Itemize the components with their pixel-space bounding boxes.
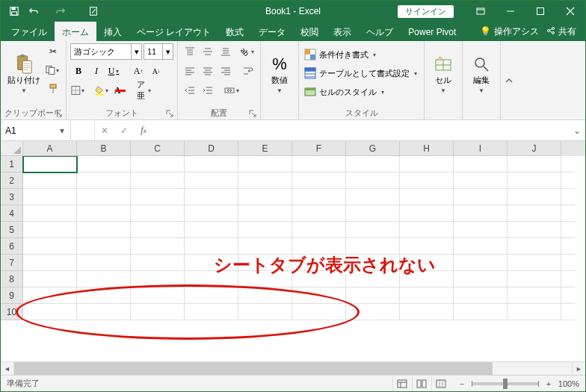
close-button[interactable]	[555, 1, 585, 22]
align-center-button[interactable]	[200, 63, 216, 79]
font-size-combo[interactable]: ▾	[144, 43, 173, 60]
dialog-launcher-button[interactable]	[53, 108, 64, 119]
underline-button[interactable]: U▾	[106, 63, 123, 79]
formula-input[interactable]	[153, 120, 569, 140]
cell[interactable]	[131, 287, 185, 304]
cell[interactable]	[508, 287, 561, 304]
font-name-combo[interactable]: ▾	[70, 43, 142, 60]
cell[interactable]	[400, 189, 454, 205]
font-name-input[interactable]	[71, 44, 131, 59]
cell[interactable]	[346, 238, 400, 255]
cell[interactable]	[23, 238, 77, 255]
cell[interactable]	[400, 205, 454, 222]
tab-review[interactable]: 校閲	[293, 22, 326, 41]
horizontal-scrollbar[interactable]: ◄ ►	[1, 361, 585, 375]
column-header[interactable]: G	[346, 141, 400, 156]
column-header[interactable]: B	[77, 141, 131, 156]
align-left-button[interactable]	[182, 63, 198, 79]
format-painter-button[interactable]	[45, 81, 61, 97]
maximize-button[interactable]	[525, 1, 555, 22]
name-box[interactable]: ▾	[1, 120, 71, 140]
cell[interactable]	[238, 287, 292, 304]
decrease-indent-button[interactable]	[182, 82, 198, 99]
tell-me-button[interactable]: 💡 操作アシス	[480, 25, 539, 38]
cell[interactable]	[23, 287, 77, 304]
cell[interactable]	[131, 205, 185, 222]
cell[interactable]	[292, 172, 346, 189]
cell[interactable]	[185, 255, 238, 271]
zoom-slider[interactable]	[472, 382, 539, 385]
tab-data[interactable]: データ	[251, 22, 293, 41]
cell[interactable]	[131, 156, 185, 172]
column-header[interactable]: C	[131, 141, 185, 156]
cell[interactable]	[508, 271, 561, 287]
column-header[interactable]: H	[400, 141, 454, 156]
cell[interactable]	[185, 271, 238, 287]
paste-button[interactable]: 貼り付け ▼	[4, 43, 43, 106]
cell[interactable]	[185, 304, 238, 320]
cell[interactable]	[238, 255, 292, 271]
cell[interactable]	[454, 287, 508, 304]
redo-button[interactable]	[52, 3, 70, 19]
cell[interactable]	[400, 271, 454, 287]
phonetic-button[interactable]: ア亜▾	[136, 82, 152, 99]
cell[interactable]	[508, 156, 561, 172]
increase-indent-button[interactable]	[200, 82, 216, 99]
cell[interactable]	[23, 189, 77, 205]
row-header[interactable]: 6	[1, 238, 23, 255]
fill-color-button[interactable]: ▾	[94, 82, 111, 99]
collapse-ribbon-button[interactable]	[500, 41, 516, 119]
cell[interactable]	[23, 304, 77, 320]
cell[interactable]	[454, 238, 508, 255]
chevron-down-icon[interactable]: ▾	[53, 125, 70, 136]
borders-button[interactable]: ▾	[70, 82, 87, 99]
cell[interactable]	[508, 222, 561, 238]
cell[interactable]	[23, 271, 77, 287]
cell[interactable]	[77, 255, 131, 271]
cell[interactable]	[238, 222, 292, 238]
cell[interactable]	[508, 172, 561, 189]
cell[interactable]	[131, 255, 185, 271]
row-header[interactable]: 8	[1, 271, 23, 287]
ribbon-display-button[interactable]	[466, 1, 496, 22]
row-header[interactable]: 3	[1, 189, 23, 205]
enter-formula-button[interactable]: ✓	[114, 120, 134, 141]
cell[interactable]	[23, 156, 77, 172]
cell[interactable]	[346, 287, 400, 304]
column-header[interactable]: J	[508, 141, 561, 156]
row-header[interactable]: 5	[1, 222, 23, 238]
cell[interactable]	[238, 271, 292, 287]
tab-file[interactable]: ファイル	[4, 22, 55, 41]
cell[interactable]	[292, 255, 346, 271]
column-header[interactable]: I	[454, 141, 508, 156]
align-middle-button[interactable]	[200, 43, 216, 60]
cell[interactable]	[454, 172, 508, 189]
font-size-input[interactable]	[144, 44, 162, 59]
cell[interactable]	[185, 205, 238, 222]
cell[interactable]	[238, 304, 292, 320]
row-header[interactable]: 4	[1, 205, 23, 222]
pagebreak-view-button[interactable]	[431, 376, 451, 391]
cell[interactable]	[23, 255, 77, 271]
cell[interactable]	[238, 189, 292, 205]
cell[interactable]	[292, 238, 346, 255]
dialog-launcher-button[interactable]	[247, 108, 258, 119]
cell[interactable]	[292, 189, 346, 205]
tab-insert[interactable]: 挿入	[96, 22, 129, 41]
cell[interactable]	[292, 205, 346, 222]
dialog-launcher-button[interactable]	[164, 108, 175, 119]
cell[interactable]	[454, 205, 508, 222]
cell[interactable]	[454, 189, 508, 205]
name-box-input[interactable]	[1, 125, 53, 136]
row-header[interactable]: 9	[1, 287, 23, 304]
undo-button[interactable]	[25, 3, 43, 19]
cells-button[interactable]: セル ▼	[428, 43, 458, 106]
scroll-thumb[interactable]	[14, 362, 493, 375]
cell[interactable]	[292, 271, 346, 287]
wrap-text-button[interactable]	[240, 63, 256, 79]
cell[interactable]	[346, 172, 400, 189]
cell[interactable]	[131, 172, 185, 189]
cell[interactable]	[77, 238, 131, 255]
cell[interactable]	[400, 255, 454, 271]
expand-formula-bar-button[interactable]: ⌄	[569, 120, 585, 140]
